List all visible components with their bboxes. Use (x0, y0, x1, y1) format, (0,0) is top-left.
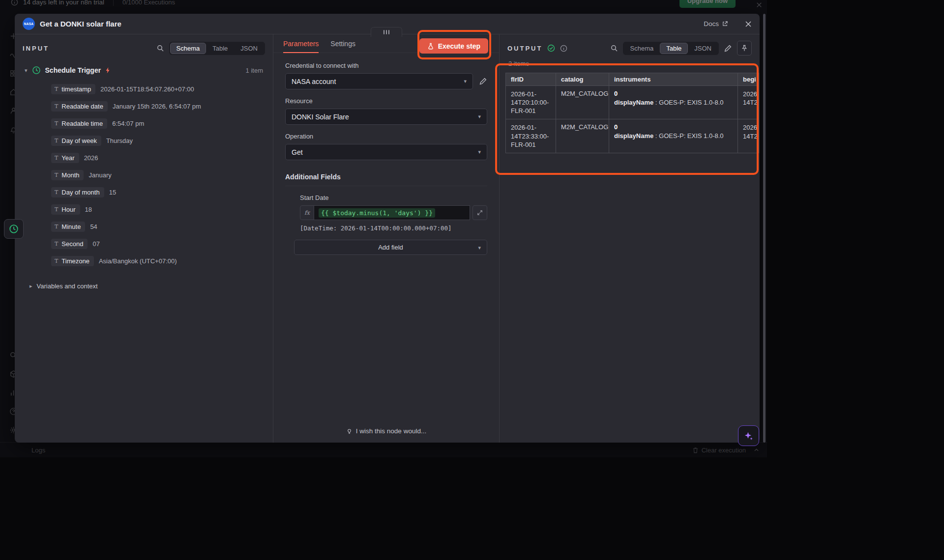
output-table: flrID catalog instruments begi 2026-01-1… (505, 73, 759, 153)
close-icon[interactable] (745, 21, 752, 28)
input-node-shortcut[interactable] (4, 219, 24, 239)
resource-select[interactable]: DONKI Solar Flare ▾ (285, 109, 487, 125)
nasa-node-icon: NASA (23, 18, 35, 30)
field-name: Day of month (61, 189, 99, 196)
panel-drag-handle[interactable] (371, 27, 402, 37)
output-panel: OUTPUT Schema Table JSON 2 items (500, 34, 760, 443)
expression-input[interactable]: {{ $today.minus(1, 'days') }} (314, 205, 470, 220)
node-feedback-link[interactable]: I wish this node would... (273, 427, 499, 435)
schema-field[interactable]: T timestamp 2026-01-15T18:54:07.260+07:0… (23, 81, 265, 98)
input-toolbar: INPUT Schema Table JSON (23, 40, 265, 56)
operation-select[interactable]: Get ▾ (285, 144, 487, 160)
field-tag[interactable]: T Day of month (51, 187, 104, 197)
add-field-button[interactable]: Add field ▾ (294, 240, 487, 255)
cell-catalog: M2M_CATALOG (556, 86, 609, 119)
field-name: Second (61, 240, 83, 248)
col-begin[interactable]: begi (738, 73, 759, 86)
resource-label: Resource (285, 97, 487, 105)
tab-json[interactable]: JSON (688, 43, 718, 54)
output-table-row[interactable]: 2026-01-14T20:10:00-FLR-001 M2M_CATALOG … (506, 86, 759, 119)
tab-settings[interactable]: Settings (330, 34, 355, 53)
schema-field[interactable]: T Month January (23, 167, 265, 184)
col-catalog[interactable]: catalog (556, 73, 609, 86)
string-type-icon: T (55, 155, 58, 161)
field-tag[interactable]: T Readable time (51, 118, 107, 129)
fx-icon[interactable]: fx (300, 205, 314, 220)
app-window: 14 days left in your n8n trial 0/1000 Ex… (0, 0, 767, 457)
schema-field[interactable]: T Second 07 (23, 235, 265, 252)
external-link-icon (722, 21, 728, 27)
field-name: Hour (61, 206, 75, 213)
flask-icon (427, 43, 434, 50)
field-tag[interactable]: T Day of week (51, 136, 101, 146)
input-title: INPUT (23, 45, 49, 52)
edit-credential-pencil-icon[interactable] (479, 77, 487, 85)
tab-schema[interactable]: Schema (170, 43, 206, 54)
docs-link[interactable]: Docs (704, 20, 728, 28)
edit-output-pencil-icon[interactable] (724, 44, 732, 53)
schema-field[interactable]: T Readable date January 15th 2026, 6:54:… (23, 98, 265, 115)
string-type-icon: T (55, 172, 58, 178)
instruments-count: 0 (614, 90, 733, 97)
col-flrid[interactable]: flrID (506, 73, 556, 86)
tab-table[interactable]: Table (660, 43, 688, 54)
field-name: Readable date (61, 103, 103, 110)
additional-fields-heading: Additional Fields (285, 173, 487, 186)
output-table-header: flrID catalog instruments begi (506, 73, 759, 86)
trigger-node-name: Schedule Trigger (45, 66, 101, 74)
field-value: 6:54:07 pm (112, 120, 144, 127)
field-tag[interactable]: T Timezone (51, 256, 94, 266)
success-check-icon (547, 44, 555, 52)
field-value: 07 (92, 240, 99, 248)
field-tag[interactable]: T Readable date (51, 101, 108, 112)
field-tag[interactable]: T timestamp (51, 84, 95, 94)
cell-flrid: 2026-01-14T23:33:00-FLR-001 (506, 119, 556, 153)
tab-schema[interactable]: Schema (624, 43, 660, 54)
instruments-entry: displayName : GOES-P: EXIS 1.0-8.0 (614, 99, 733, 106)
open-expression-editor-icon[interactable] (472, 205, 487, 220)
schema-field[interactable]: T Day of week Thursday (23, 132, 265, 149)
operation-label: Operation (285, 133, 487, 140)
schema-field[interactable]: T Year 2026 (23, 149, 265, 167)
schema-field[interactable]: T Readable time 6:54:07 pm (23, 115, 265, 132)
string-type-icon: T (55, 241, 58, 247)
search-icon[interactable] (610, 44, 618, 52)
chevron-down-icon[interactable]: ▾ (25, 68, 28, 73)
field-tag[interactable]: T Hour (51, 204, 80, 215)
field-tag[interactable]: T Month (51, 170, 84, 180)
field-value: 2026 (84, 154, 98, 162)
schema-field[interactable]: T Timezone Asia/Bangkok (UTC+07:00) (23, 252, 265, 270)
pin-data-button[interactable] (737, 41, 752, 56)
tab-parameters[interactable]: Parameters (283, 34, 319, 53)
trigger-node-row[interactable]: ▾ Schedule Trigger 1 item (23, 66, 265, 75)
tab-table[interactable]: Table (206, 43, 234, 54)
clock-icon (32, 66, 41, 75)
execute-step-button[interactable]: Execute step (419, 38, 488, 54)
output-table-container: flrID catalog instruments begi 2026-01-1… (505, 73, 759, 153)
schema-field[interactable]: T Hour 18 (23, 201, 265, 218)
field-value: January 15th 2026, 6:54:07 pm (113, 103, 201, 110)
search-icon[interactable] (156, 44, 164, 52)
schema-field[interactable]: T Day of month 15 (23, 184, 265, 201)
input-fields-list: T timestamp 2026-01-15T18:54:07.260+07:0… (23, 81, 265, 270)
field-value: 15 (109, 189, 116, 196)
output-table-row[interactable]: 2026-01-14T23:33:00-FLR-001 M2M_CATALOG … (506, 119, 759, 153)
field-name: Day of week (61, 137, 97, 144)
cell-instruments: 0 displayName : GOES-P: EXIS 1.0-8.0 (609, 86, 738, 119)
field-tag[interactable]: T Second (51, 239, 88, 249)
field-tag[interactable]: T Minute (51, 222, 85, 232)
info-icon[interactable] (560, 45, 567, 52)
string-type-icon: T (55, 258, 58, 264)
schema-field[interactable]: T Minute 54 (23, 218, 265, 235)
field-name: timestamp (61, 85, 91, 93)
ai-assistant-button[interactable] (738, 425, 759, 446)
variables-context-section[interactable]: ▸ Variables and context (23, 282, 265, 290)
chevron-down-icon: ▾ (478, 114, 481, 119)
field-value: 2026-01-15T18:54:07.260+07:00 (100, 85, 194, 93)
string-type-icon: T (55, 120, 58, 127)
col-instruments[interactable]: instruments (609, 73, 738, 86)
credential-select[interactable]: NASA account ▾ (285, 73, 473, 89)
tab-json[interactable]: JSON (234, 43, 264, 54)
field-tag[interactable]: T Year (51, 153, 79, 163)
window-scrollbar[interactable] (763, 14, 766, 443)
